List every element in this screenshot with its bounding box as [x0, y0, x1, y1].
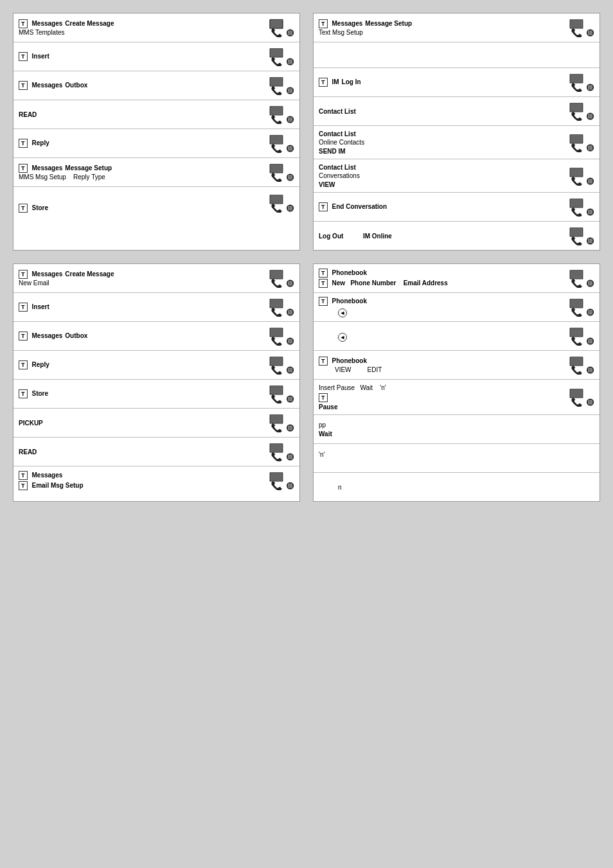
logout-label: Log Out IM Online [319, 232, 569, 240]
messages-text: Messages [332, 20, 363, 27]
key-t-insert: T [19, 52, 28, 61]
svg-rect-101 [288, 209, 289, 211]
phone-icon-online [569, 132, 594, 153]
svg-rect-266 [291, 426, 292, 427]
breadcrumb-insert: T Insert [19, 52, 269, 61]
row-insert-email: T Insert [13, 293, 299, 322]
svg-rect-188 [591, 239, 592, 240]
svg-rect-127 [588, 89, 589, 90]
svg-rect-313 [570, 299, 582, 308]
svg-rect-189 [588, 240, 589, 242]
phonebook-label: Phonebook [332, 269, 367, 276]
svg-rect-110 [591, 31, 592, 32]
svg-rect-82 [288, 175, 289, 177]
row-pickup: PICKUP [13, 409, 299, 438]
svg-rect-148 [590, 145, 591, 146]
svg-rect-64 [291, 121, 292, 122]
row-read: READ [13, 100, 299, 129]
row-mms-content: T Messages Create Message MMS Templates [19, 19, 269, 37]
row-outbox: T Messages Outbox [13, 71, 299, 100]
svg-rect-335 [588, 342, 589, 344]
svg-rect-220 [291, 314, 292, 315]
svg-rect-219 [290, 314, 291, 315]
breadcrumb-create: Create Message [65, 20, 114, 27]
svg-rect-48 [291, 90, 292, 91]
svg-rect-278 [290, 455, 291, 456]
breadcrumb-messages: Messages [32, 20, 63, 27]
svg-rect-298 [291, 487, 292, 488]
phone-icon-pause [569, 387, 594, 407]
phone-icon-contact [569, 101, 594, 121]
svg-rect-350 [591, 371, 592, 373]
row-phonebook-new-content: T Phonebook T New Phone Number Email Add… [319, 269, 569, 288]
svg-rect-291 [290, 484, 291, 485]
phone-icon-logout [569, 226, 594, 246]
svg-rect-332 [588, 341, 589, 342]
row-insert-email-content: T Insert [19, 303, 269, 312]
svg-rect-71 [291, 146, 292, 148]
svg-rect-252 [290, 397, 291, 398]
row-reply-email-content: T Reply [19, 360, 269, 369]
svg-rect-141 [590, 118, 591, 119]
row-store: T Store [13, 187, 299, 219]
svg-rect-43 [288, 89, 289, 90]
breadcrumb-reply-type: T Messages Message Setup [19, 164, 269, 173]
breadcrumb-new-email: T Messages Create Message [19, 270, 269, 279]
svg-rect-162 [591, 179, 592, 180]
svg-rect-218 [288, 314, 289, 315]
row-reply-content: T Reply [19, 139, 269, 148]
svg-rect-154 [590, 148, 591, 150]
svg-rect-57 [290, 118, 291, 119]
svg-rect-339 [570, 357, 582, 366]
row-im-content: T IM Log In [319, 78, 569, 87]
svg-rect-168 [591, 182, 592, 183]
top-right-panel: T Messages Message Setup Text Msg Setup [313, 13, 600, 251]
phone-icon-im [569, 72, 594, 93]
row-log-out: Log Out IM Online [314, 222, 600, 250]
row-store-email-content: T Store [19, 389, 269, 398]
phone-icon-reply-email [269, 355, 294, 375]
svg-rect-265 [290, 426, 291, 427]
phone-icon-store-email [269, 384, 294, 404]
key-t-reply-email: T [19, 360, 28, 369]
svg-rect-256 [291, 398, 292, 400]
svg-rect-179 [588, 213, 589, 215]
row-conversations: Contact List Conversations VIEW [314, 159, 600, 193]
svg-rect-294 [290, 485, 291, 486]
svg-rect-268 [290, 427, 291, 429]
svg-rect-14 [270, 20, 282, 28]
svg-rect-17 [288, 31, 289, 32]
svg-rect-357 [591, 400, 592, 402]
phone-icon-insert-email [269, 297, 294, 317]
svg-rect-209 [270, 299, 282, 308]
svg-rect-138 [590, 116, 591, 117]
svg-rect-153 [588, 148, 589, 150]
messages-outbox: Messages [32, 82, 63, 89]
breadcrumb-outbox: T Messages Outbox [19, 81, 269, 90]
messages-setup: Messages [32, 164, 63, 172]
svg-rect-329 [588, 339, 589, 341]
svg-rect-257 [288, 400, 289, 402]
svg-rect-355 [588, 400, 589, 402]
svg-rect-96 [290, 206, 291, 208]
svg-rect-149 [591, 145, 592, 146]
svg-rect-242 [290, 369, 291, 371]
subtitle-text-setup: Text Msg Setup [319, 28, 569, 37]
row-end-conversation: T End Conversation [314, 193, 600, 222]
n-sub-label: 'n' [319, 450, 569, 459]
svg-rect-102 [290, 209, 291, 211]
svg-rect-87 [291, 177, 292, 178]
phone-icon-n [569, 448, 594, 468]
svg-rect-227 [291, 339, 292, 341]
breadcrumb-store-email: T Store [19, 389, 269, 398]
row-outbox-email-content: T Messages Outbox [19, 332, 269, 341]
outbox-label: Outbox [65, 82, 87, 89]
svg-rect-228 [288, 341, 289, 342]
row-read-email: READ [13, 438, 299, 466]
key-t-outbox: T [19, 81, 28, 90]
svg-rect-44 [290, 89, 291, 90]
key-t-reply-type: T [19, 164, 28, 173]
row-phonebook-back-content: T Phonebook ◄ [319, 297, 569, 317]
svg-rect-229 [290, 341, 291, 342]
breadcrumb-email-setup: T Messages [19, 471, 269, 480]
